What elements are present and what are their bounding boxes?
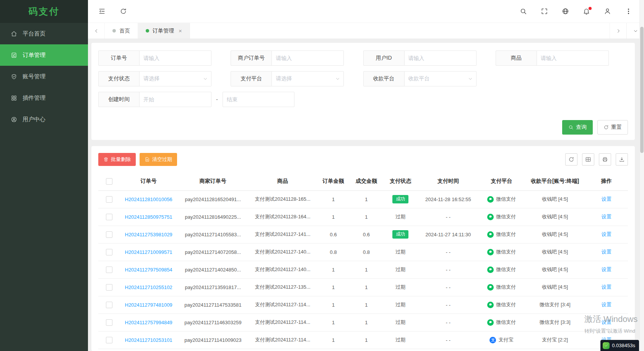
tabbar: 首页订单管理× xyxy=(88,23,644,39)
row-checkbox[interactable] xyxy=(106,302,112,308)
sidebar-item[interactable]: 用户中心 xyxy=(0,109,88,130)
row-checkbox[interactable] xyxy=(106,196,112,203)
sidebar-item[interactable]: 账号管理 xyxy=(0,66,88,87)
menu-collapse-icon[interactable] xyxy=(98,7,106,16)
date-end-input[interactable] xyxy=(223,92,294,107)
chevron-down-icon xyxy=(468,76,473,81)
row-checkbox[interactable] xyxy=(106,266,112,273)
tab-close-icon[interactable]: × xyxy=(179,28,182,34)
clear-expired-button[interactable]: 清空过期 xyxy=(140,153,177,166)
bell-icon[interactable] xyxy=(582,7,590,16)
order-no-link[interactable]: H2024112753981029 xyxy=(125,232,172,237)
alipay-icon: 支 xyxy=(490,337,496,343)
plugin-icon xyxy=(11,95,17,101)
filter-input[interactable] xyxy=(140,50,211,66)
batch-delete-button[interactable]: 批量删除 xyxy=(98,153,136,166)
filter-label: 支付平台 xyxy=(231,71,272,86)
select-all-checkbox[interactable] xyxy=(106,178,112,185)
order-no-link[interactable]: H2024112797509854 xyxy=(125,267,172,273)
row-checkbox[interactable] xyxy=(106,284,112,291)
refresh-icon[interactable] xyxy=(119,7,127,16)
row-checkbox[interactable] xyxy=(106,319,112,326)
order-amount: 0.6 xyxy=(317,226,350,243)
export-button[interactable] xyxy=(616,153,628,166)
app-logo: 码支付 xyxy=(0,0,88,23)
pay-time: - - xyxy=(418,261,478,278)
order-no-link[interactable]: H2024112710255102 xyxy=(125,284,172,290)
table-row: H2024112797481009pay202411271147533581支付… xyxy=(98,296,628,314)
chevron-left-icon xyxy=(94,28,99,34)
settings-link[interactable]: 设置 xyxy=(602,266,611,272)
row-checkbox[interactable] xyxy=(106,249,112,255)
print-button[interactable] xyxy=(599,153,611,166)
sidebar-item[interactable]: 订单管理 xyxy=(0,44,88,66)
filter-select[interactable]: 请选择 xyxy=(272,71,344,86)
merchant-order-no: pay2024112816490225... xyxy=(177,208,249,226)
row-checkbox[interactable] xyxy=(106,231,112,238)
date-start-input[interactable] xyxy=(140,92,211,107)
tab-item[interactable]: 首页 xyxy=(105,23,138,39)
order-no-link[interactable]: H2024112810010056 xyxy=(125,197,172,202)
tab-dot-icon xyxy=(112,29,116,32)
settings-link[interactable]: 设置 xyxy=(602,231,611,237)
merchant-order-no: pay202411271146303259 xyxy=(177,314,249,331)
pay-time: - - xyxy=(418,331,478,349)
table-refresh-button[interactable] xyxy=(565,153,577,166)
trash-icon xyxy=(103,157,109,162)
order-no-link[interactable]: H2024112757994849 xyxy=(125,320,172,325)
pay-time: 2024-11-27 14:11:30 xyxy=(418,226,478,243)
paid-amount: 1 xyxy=(350,314,383,331)
tab-item[interactable]: 订单管理× xyxy=(138,23,190,39)
fullscreen-icon[interactable] xyxy=(540,7,548,16)
wechat-pay-icon xyxy=(487,214,494,220)
topbar xyxy=(88,0,644,23)
search-button[interactable]: 查询 xyxy=(562,120,593,135)
column-header: 操作 xyxy=(585,172,628,190)
product-name: 支付测试20241127-141... xyxy=(249,226,317,243)
columns-button[interactable] xyxy=(582,153,594,166)
tabs-scroll-right-button[interactable] xyxy=(610,23,626,39)
globe-icon[interactable] xyxy=(561,7,569,16)
order-amount: 0.8 xyxy=(317,243,350,261)
paid-amount: 1 xyxy=(350,278,383,296)
columns-icon xyxy=(585,156,591,162)
scrollbar[interactable] xyxy=(639,0,644,351)
tabs-scroll-left-button[interactable] xyxy=(88,23,105,39)
order-no-link[interactable]: H2024112710253101 xyxy=(125,337,172,343)
order-no-link[interactable]: H2024112850975751 xyxy=(125,214,172,220)
table-tool-icons xyxy=(565,153,628,166)
product-name: 支付测试20241127-140... xyxy=(249,261,317,278)
paid-amount: 1 xyxy=(350,331,383,349)
filter-input[interactable] xyxy=(272,50,344,66)
settings-link[interactable]: 设置 xyxy=(602,214,611,219)
filter-select[interactable]: 请选择 xyxy=(140,71,211,86)
order-no-link[interactable]: H2024112797481009 xyxy=(125,302,172,308)
more-icon[interactable] xyxy=(624,7,633,16)
row-checkbox[interactable] xyxy=(106,337,112,343)
filter-select[interactable]: 收款平台 xyxy=(405,71,476,86)
filter-input[interactable] xyxy=(405,50,476,66)
settings-link[interactable]: 设置 xyxy=(602,302,611,307)
filter-input[interactable] xyxy=(537,50,609,66)
wechat-pay-icon xyxy=(487,266,494,273)
paid-amount: 1 xyxy=(350,190,383,208)
search-icon[interactable] xyxy=(519,7,527,16)
sidebar-item[interactable]: 插件管理 xyxy=(0,87,88,109)
reset-button[interactable]: 重置 xyxy=(597,120,628,135)
table-row: H2024112850975751pay2024112816490225...支… xyxy=(98,208,628,226)
content-area: 订单号商户订单号用户ID商品 支付状态请选择支付平台请选择收款平台收款平台 创建… xyxy=(88,39,644,351)
order-amount: 1 xyxy=(317,261,350,278)
scrollbar-thumb[interactable] xyxy=(640,27,644,153)
filter-label: 订单号 xyxy=(98,50,140,66)
person-icon[interactable] xyxy=(603,7,611,16)
select-value: 请选择 xyxy=(276,75,292,82)
order-no-link[interactable]: H2024112710099571 xyxy=(125,249,172,255)
settings-link[interactable]: 设置 xyxy=(602,249,611,255)
row-checkbox[interactable] xyxy=(106,214,112,220)
sidebar-item[interactable]: 平台首页 xyxy=(0,23,88,44)
settings-link[interactable]: 设置 xyxy=(602,196,611,202)
product-name: 支付测试20241127-114... xyxy=(249,331,317,349)
settings-link[interactable]: 设置 xyxy=(602,284,611,290)
filter-row-select: 支付状态请选择支付平台请选择收款平台收款平台 xyxy=(98,71,628,86)
table-row: H2024112753981029pay2024112714105583...支… xyxy=(98,226,628,243)
